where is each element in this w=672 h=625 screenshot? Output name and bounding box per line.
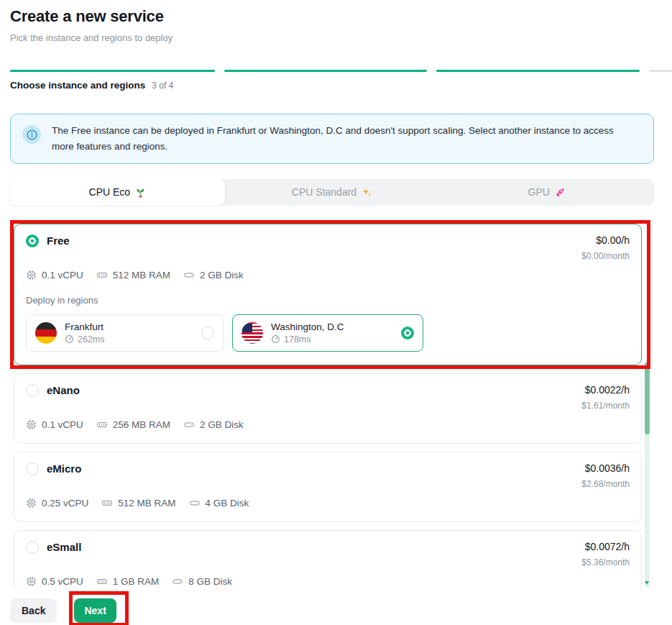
ram-icon [96, 576, 108, 587]
ram-spec: 256 MB RAM [96, 419, 170, 430]
ram-icon [96, 270, 108, 280]
scrollbar-down-arrow-icon[interactable] [645, 581, 649, 585]
instance-name: eMicro [47, 462, 81, 475]
disk-spec: 2 GB Disk [183, 419, 244, 430]
step-row: Choose instance and regions 3 of 4 [10, 80, 662, 91]
ram-spec: 512 MB RAM [101, 498, 175, 508]
instance-card-enano[interactable]: eNano $0.0022/h $1.61/month 0.1 vCPU 256… [14, 373, 642, 444]
disk-icon [183, 419, 195, 430]
instance-name: Free [47, 234, 70, 247]
instance-card-esmall[interactable]: eSmall $0.0072/h $5.36/month 0.5 vCPU 1 … [14, 530, 642, 589]
disk-spec: 4 GB Disk [189, 498, 249, 508]
price-per-month: $1.61/month [581, 401, 630, 411]
progress-segment-3 [436, 70, 640, 72]
progress-steps [10, 70, 672, 72]
cpu-icon [26, 576, 37, 587]
page-subtitle: Pick the instance and regions to deploy [10, 32, 662, 43]
usa-flag-icon [241, 322, 263, 344]
ram-spec: 512 MB RAM [96, 270, 170, 280]
disk-icon [172, 576, 183, 587]
info-banner-text: The Free instance can be deployed in Fra… [52, 123, 635, 155]
regions-label: Deploy in regions [26, 295, 630, 306]
instance-radio-free[interactable] [26, 234, 39, 247]
seedling-icon [135, 187, 146, 198]
instance-card-free[interactable]: Free $0.00/h $0.00/month 0.1 vCPU 512 MB… [14, 224, 642, 365]
tab-gpu-label: GPU [528, 186, 550, 198]
instance-card-emicro[interactable]: eMicro $0.0036/h $2.68/month 0.25 vCPU 5… [14, 452, 642, 522]
ram-spec: 1 GB RAM [96, 576, 160, 587]
ram-icon [101, 498, 113, 508]
progress-segment-1 [10, 70, 215, 72]
info-icon [22, 125, 41, 144]
tab-cpu-standard[interactable]: CPU Standard [225, 179, 440, 206]
wizard-footer: Back Next [10, 598, 672, 623]
rocket-icon [555, 187, 566, 198]
ram-icon [96, 419, 108, 430]
back-button[interactable]: Back [10, 598, 57, 623]
cpu-spec: 0.1 vCPU [26, 419, 83, 430]
latency-gauge-icon [271, 334, 280, 344]
instance-radio-emicro[interactable] [26, 462, 39, 475]
price-per-hour: $0.00/h [581, 234, 630, 246]
region-name: Frankfurt [65, 321, 193, 332]
cpu-icon [26, 419, 37, 430]
tab-cpu-eco-label: CPU Eco [89, 186, 131, 198]
region-latency: 178ms [271, 334, 393, 345]
cpu-icon [26, 270, 37, 280]
instance-name: eSmall [47, 541, 81, 553]
disk-spec: 2 GB Disk [183, 270, 244, 280]
disk-icon [183, 270, 195, 280]
price-per-hour: $0.0022/h [581, 384, 630, 396]
disk-icon [189, 498, 201, 508]
next-button[interactable]: Next [74, 598, 116, 623]
page-header: Create a new service Pick the instance a… [0, 0, 672, 43]
tab-cpu-standard-label: CPU Standard [292, 186, 356, 198]
cpu-spec: 0.5 vCPU [26, 576, 83, 587]
tab-gpu[interactable]: GPU [439, 179, 654, 206]
progress-segment-4 [649, 70, 672, 72]
region-radio-washington[interactable] [401, 327, 414, 339]
instance-radio-esmall[interactable] [26, 541, 39, 554]
region-card-washington[interactable]: Washington, D.C 178ms [232, 314, 423, 352]
region-name: Washington, D.C [271, 321, 393, 332]
cpu-spec: 0.1 vCPU [26, 270, 83, 280]
sparkles-icon [362, 187, 372, 198]
tab-cpu-eco[interactable]: CPU Eco [10, 179, 225, 206]
cpu-spec: 0.25 vCPU [26, 498, 88, 508]
price-per-month: $2.68/month [581, 479, 630, 489]
instance-name: eNano [47, 384, 80, 396]
price-per-month: $5.36/month [581, 557, 630, 567]
region-latency: 262ms [65, 334, 193, 345]
price-per-hour: $0.0036/h [581, 462, 630, 474]
step-count: 3 of 4 [152, 81, 173, 91]
region-radio-frankfurt[interactable] [201, 327, 214, 339]
step-label: Choose instance and regions [10, 80, 145, 91]
page-title: Create a new service [10, 7, 662, 26]
disk-spec: 8 GB Disk [172, 576, 232, 587]
progress-segment-2 [224, 70, 427, 72]
scrollbar-thumb[interactable] [645, 362, 650, 434]
region-card-frankfurt[interactable]: Frankfurt 262ms [26, 314, 224, 352]
price-per-hour: $0.0072/h [581, 541, 630, 552]
germany-flag-icon [35, 322, 57, 344]
instance-list: Free $0.00/h $0.00/month 0.1 vCPU 512 MB… [10, 212, 655, 589]
instance-radio-enano[interactable] [26, 384, 39, 397]
latency-gauge-icon [65, 334, 74, 344]
instance-type-tabs: CPU Eco CPU Standard GPU [10, 179, 654, 206]
price-per-month: $0.00/month [581, 251, 630, 261]
cpu-icon [26, 498, 37, 508]
info-banner: The Free instance can be deployed in Fra… [10, 114, 654, 164]
